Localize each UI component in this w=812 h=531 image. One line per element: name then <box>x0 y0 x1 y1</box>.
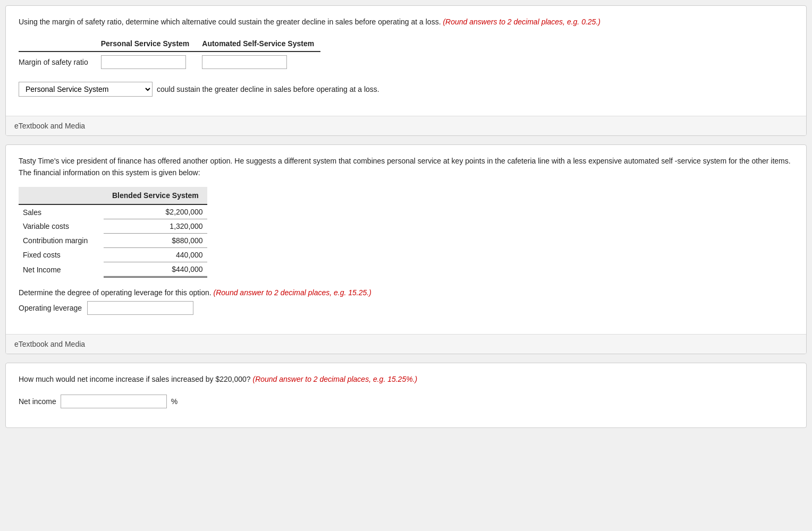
card-net-income-increase: How much would net income increase if sa… <box>5 363 807 428</box>
card-margin-safety: Using the margin of safety ratio, determ… <box>5 5 807 136</box>
leverage-red-note: (Round answer to 2 decimal places, e.g. … <box>214 288 371 297</box>
system-dropdown[interactable]: Personal Service System Automated Self-S… <box>19 82 153 97</box>
row-contribution-margin-label: Contribution margin <box>19 234 104 248</box>
row-sales-label: Sales <box>19 204 104 219</box>
margin-safety-table: Personal Service System Automated Self-S… <box>19 37 320 72</box>
card3-red-note: (Round answer to 2 decimal places, e.g. … <box>252 375 417 383</box>
table-row: Fixed costs 440,000 <box>19 248 207 262</box>
leverage-instruction-text: Determine the degree of operating levera… <box>19 288 212 297</box>
dropdown-row: Personal Service System Automated Self-S… <box>19 82 793 97</box>
col2-input-cell <box>196 52 320 72</box>
row-variable-costs-value: 1,320,000 <box>104 219 207 234</box>
margin-safety-label: Margin of safety ratio <box>19 52 95 72</box>
table-row: Net Income $440,000 <box>19 262 207 277</box>
card1-red-note: (Round answers to 2 decimal places, e.g.… <box>443 18 600 26</box>
card1-footer: eTextbook and Media <box>6 116 806 135</box>
card3-instruction: How much would net income increase if sa… <box>19 374 793 385</box>
percent-sign: % <box>171 397 177 406</box>
dropdown-suffix: could sustain the greater decline in sal… <box>157 85 379 93</box>
row-net-income-label: Net Income <box>19 262 104 277</box>
card2-footer: eTextbook and Media <box>6 334 806 354</box>
row-fixed-costs-value: 440,000 <box>104 248 207 262</box>
card2-intro: Tasty Time's vice president of finance h… <box>19 156 793 178</box>
net-income-row: Net income % <box>19 395 793 408</box>
card1-footer-text: eTextbook and Media <box>14 122 85 130</box>
card3-instruction-text: How much would net income increase if sa… <box>19 375 251 383</box>
table-row: Contribution margin $880,000 <box>19 234 207 248</box>
card2-footer-text: eTextbook and Media <box>14 340 85 348</box>
col1-header: Personal Service System <box>95 37 196 52</box>
card-blended-service: Tasty Time's vice president of finance h… <box>5 144 807 354</box>
table-row: Sales $2,200,000 <box>19 204 207 219</box>
blended-table: Blended Service System Sales $2,200,000 … <box>19 187 207 278</box>
table-row: Variable costs 1,320,000 <box>19 219 207 234</box>
operating-leverage-row: Operating leverage <box>19 301 793 315</box>
row-fixed-costs-label: Fixed costs <box>19 248 104 262</box>
net-income-label: Net income <box>19 397 56 406</box>
card1-instruction: Using the margin of safety ratio, determ… <box>19 16 793 28</box>
leverage-instruction: Determine the degree of operating levera… <box>19 288 793 297</box>
margin-safety-personal-input[interactable] <box>101 55 186 69</box>
col2-header: Automated Self-Service System <box>196 37 320 52</box>
margin-safety-automated-input[interactable] <box>202 55 287 69</box>
row-net-income-value: $440,000 <box>104 262 207 277</box>
blended-col-header: Blended Service System <box>104 187 207 204</box>
row-variable-costs-label: Variable costs <box>19 219 104 234</box>
operating-leverage-input[interactable] <box>87 301 193 315</box>
net-income-input[interactable] <box>61 395 167 408</box>
col1-input-cell <box>95 52 196 72</box>
card1-instruction-text: Using the margin of safety ratio, determ… <box>19 18 441 26</box>
operating-leverage-label: Operating leverage <box>19 304 82 312</box>
row-sales-value: $2,200,000 <box>104 204 207 219</box>
row-contribution-margin-value: $880,000 <box>104 234 207 248</box>
